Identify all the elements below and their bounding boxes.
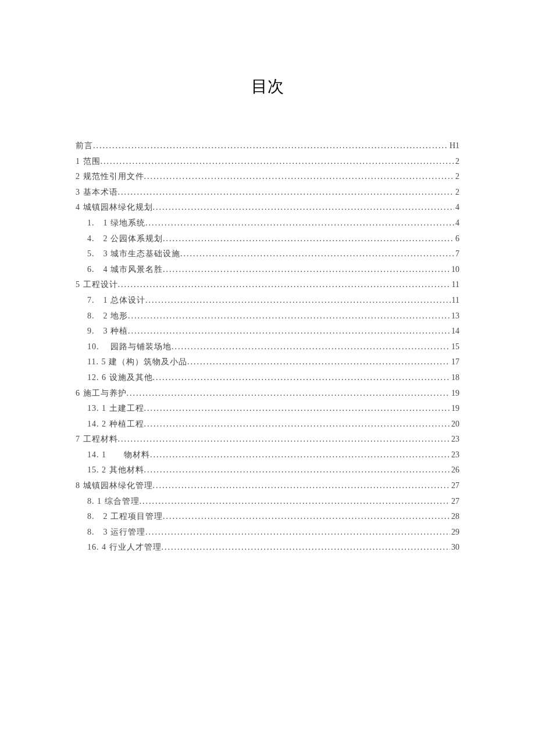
toc-row: 8. 1 综合管理27 xyxy=(76,494,459,510)
toc-row: 11. 5 建（构）筑物及小品17 xyxy=(76,354,459,370)
toc-page-number: 17 xyxy=(450,354,459,370)
toc-page-number: 29 xyxy=(450,525,459,540)
toc-label: 5 工程设计 xyxy=(76,277,118,293)
toc-page-number: 18 xyxy=(450,370,459,386)
toc-page-number: 20 xyxy=(450,417,459,432)
page-title: 目次 xyxy=(76,76,459,98)
toc-row: 15. 2 其他材料26 xyxy=(76,463,459,478)
toc-label: 13. 1 土建工程 xyxy=(87,401,144,417)
toc-leader-dots xyxy=(144,417,451,432)
toc-label: 8 城镇园林绿化管理 xyxy=(76,478,153,494)
toc-label: 6. 4 城市风景名胜 xyxy=(87,262,163,278)
toc-label: 8. 3 运行管理 xyxy=(87,525,145,540)
toc-page-number: H1 xyxy=(448,138,459,154)
toc-label: 1. 1 绿地系统 xyxy=(87,216,145,231)
toc-label: 5. 3 城市生态基础设施 xyxy=(87,246,180,262)
toc-row: 5. 3 城市生态基础设施7 xyxy=(76,246,459,262)
toc-label: 12. 6 设施及其他 xyxy=(87,370,153,386)
toc-row: 14. 2 种植工程20 xyxy=(76,417,459,432)
toc-page-number: 15 xyxy=(450,339,459,355)
toc-page-number: 2 xyxy=(454,169,459,185)
toc-row: 13. 1 土建工程19 xyxy=(76,401,459,417)
toc-label: 11. 5 建（构）筑物及小品 xyxy=(87,354,187,370)
toc-row: 6. 4 城市风景名胜10 xyxy=(76,262,459,278)
toc-leader-dots xyxy=(187,354,450,370)
toc-leader-dots xyxy=(145,216,454,231)
toc-page-number: 27 xyxy=(450,478,459,494)
table-of-contents: 前言H11 范围22 规范性引用文件23 基本术语24 城镇园林绿化规划41. … xyxy=(76,138,459,556)
toc-row: 4. 2 公园体系规划6 xyxy=(76,231,459,247)
toc-leader-dots xyxy=(93,138,448,154)
toc-row: 8. 2 工程项目管理28 xyxy=(76,509,459,525)
toc-row: 12. 6 设施及其他18 xyxy=(76,370,459,386)
toc-label: 15. 2 其他材料 xyxy=(87,463,144,478)
toc-leader-dots xyxy=(140,494,451,510)
toc-page-number: 27 xyxy=(450,494,459,510)
toc-label: 4 城镇园林绿化规划 xyxy=(76,200,153,216)
toc-label: 2 规范性引用文件 xyxy=(76,169,144,185)
toc-page-number: 2 xyxy=(454,185,459,200)
toc-label: 16. 4 行业人才管理 xyxy=(87,540,162,556)
toc-leader-dots xyxy=(144,169,455,185)
toc-page-number: 13 xyxy=(450,309,459,324)
toc-leader-dots xyxy=(128,324,450,339)
toc-leader-dots xyxy=(180,246,454,262)
toc-label: 8. 2 工程项目管理 xyxy=(87,509,163,525)
toc-leader-dots xyxy=(150,447,450,463)
toc-label: 10. 园路与铺装场地 xyxy=(87,339,172,355)
toc-row: 8. 3 运行管理29 xyxy=(76,525,459,540)
toc-page-number: 19 xyxy=(450,401,459,417)
toc-page-number: 23 xyxy=(450,447,459,463)
toc-label: 1 范围 xyxy=(76,154,101,170)
toc-page-number: 2 xyxy=(454,154,459,170)
toc-label: 7 工程材料 xyxy=(76,432,118,447)
toc-page-number: 7 xyxy=(454,246,459,262)
toc-row: 10. 园路与铺装场地15 xyxy=(76,339,459,355)
toc-row: 前言H1 xyxy=(76,138,459,154)
toc-page-number: 4 xyxy=(454,216,459,231)
toc-leader-dots xyxy=(118,432,451,447)
toc-page-number: 23 xyxy=(450,432,459,447)
toc-leader-dots xyxy=(163,509,450,525)
toc-leader-dots xyxy=(163,262,450,278)
toc-page-number: 10 xyxy=(450,262,459,278)
toc-leader-dots xyxy=(144,463,451,478)
toc-page-number: 28 xyxy=(450,509,459,525)
toc-row: 1. 1 绿地系统4 xyxy=(76,216,459,231)
toc-row: 14. 1 物材料23 xyxy=(76,447,459,463)
toc-label: 14. 1 物材料 xyxy=(87,447,150,463)
toc-leader-dots xyxy=(128,309,450,324)
toc-row: 3 基本术语2 xyxy=(76,185,459,200)
toc-leader-dots xyxy=(153,200,455,216)
toc-page-number: 14 xyxy=(450,324,459,339)
toc-label: 8. 2 地形 xyxy=(87,309,128,324)
toc-row: 5 工程设计11 xyxy=(76,277,459,293)
toc-page-number: 4 xyxy=(454,200,459,216)
toc-page-number: 11 xyxy=(451,293,459,309)
toc-leader-dots xyxy=(153,370,451,386)
toc-label: 14. 2 种植工程 xyxy=(87,417,144,432)
toc-row: 7. 1 总体设计11 xyxy=(76,293,459,309)
toc-leader-dots xyxy=(162,540,451,556)
toc-leader-dots xyxy=(101,154,455,170)
toc-label: 6 施工与养护 xyxy=(76,386,127,402)
toc-leader-dots xyxy=(118,185,455,200)
toc-row: 8. 2 地形13 xyxy=(76,309,459,324)
toc-page-number: 30 xyxy=(450,540,459,556)
toc-row: 1 范围2 xyxy=(76,154,459,170)
toc-label: 7. 1 总体设计 xyxy=(87,293,145,309)
toc-row: 6 施工与养护19 xyxy=(76,386,459,402)
toc-label: 4. 2 公园体系规划 xyxy=(87,231,163,247)
toc-label: 3 基本术语 xyxy=(76,185,118,200)
toc-page-number: 6 xyxy=(454,231,459,247)
toc-label: 9. 3 种植 xyxy=(87,324,128,339)
toc-label: 8. 1 综合管理 xyxy=(87,494,140,510)
toc-row: 4 城镇园林绿化规划4 xyxy=(76,200,459,216)
toc-leader-dots xyxy=(163,231,454,247)
toc-row: 16. 4 行业人才管理30 xyxy=(76,540,459,556)
toc-leader-dots xyxy=(153,478,451,494)
toc-row: 9. 3 种植14 xyxy=(76,324,459,339)
toc-row: 7 工程材料23 xyxy=(76,432,459,447)
toc-row: 2 规范性引用文件2 xyxy=(76,169,459,185)
toc-label: 前言 xyxy=(76,138,93,154)
